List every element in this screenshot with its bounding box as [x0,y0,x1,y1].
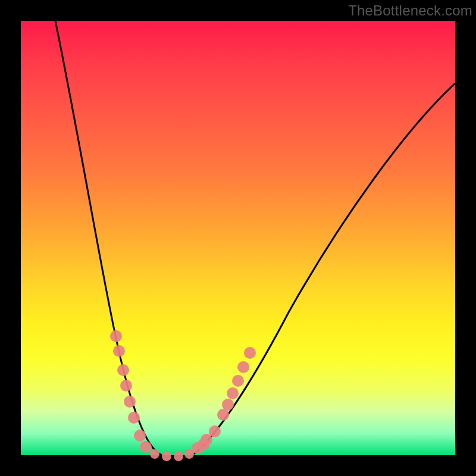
data-point [222,399,234,411]
data-point [237,361,249,373]
data-point [232,375,244,387]
data-point [120,380,132,392]
plot-area [21,21,455,455]
curve-group [55,21,455,460]
data-point [244,347,256,359]
data-point [184,449,194,459]
markers-group [110,330,256,461]
data-point [113,345,125,357]
chart-svg [21,21,455,455]
data-point [209,425,221,437]
data-point [162,452,171,461]
data-point [134,430,146,441]
watermark-text: TheBottleneck.com [348,2,472,19]
data-point [117,364,129,376]
data-point [227,387,239,399]
chart-frame: TheBottleneck.com [0,0,476,476]
data-point [150,449,159,459]
bottleneck-curve [55,21,455,460]
data-point [128,412,140,424]
data-point [124,396,136,408]
data-point [110,330,122,342]
data-point [140,441,152,453]
data-point [174,452,183,461]
data-point [217,409,229,421]
